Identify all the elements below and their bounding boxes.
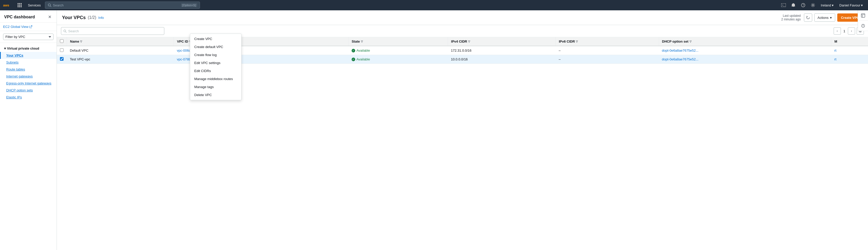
th-state-label: State — [351, 39, 360, 43]
page-header: Your VPCs (1/2) Info Last updated 2 minu… — [57, 10, 868, 25]
dropdown-item-create-default-vpc[interactable]: Create default VPC — [190, 43, 241, 51]
select-all-checkbox[interactable] — [60, 39, 64, 43]
th-ipv4-label: IPv4 CIDR — [451, 39, 467, 43]
th-ipv6-cidr[interactable]: IPv6 CIDR▽ — [556, 37, 659, 46]
sidebar-item-egress-only-internet-gateways[interactable]: Egress-only Internet gateways — [0, 80, 57, 87]
th-ipv6-label: IPv6 CIDR — [559, 39, 575, 43]
th-name[interactable]: Name▽ — [67, 37, 174, 46]
next-page-button[interactable]: › — [848, 27, 855, 35]
dropdown-item-delete-vpc[interactable]: Delete VPC — [190, 91, 241, 99]
sort-name-icon: ▽ — [80, 40, 82, 43]
table-row[interactable]: Default VPCvpc-006d7f3137ed1b4c1✓Availab… — [57, 46, 868, 55]
sidebar-item-internet-gateways[interactable]: Internet gateways — [0, 73, 57, 80]
row-m[interactable]: rt — [831, 55, 868, 64]
sidebar-item-subnets[interactable]: Subnets — [0, 59, 57, 66]
sidebar-item-dhcp-option-sets[interactable]: DHCP option sets — [0, 87, 57, 94]
th-dhcp-label: DHCP option set — [662, 39, 688, 43]
sidebar-item-your-vpcs[interactable]: Your VPCs — [0, 52, 57, 59]
external-link-icon — [29, 25, 32, 28]
m-link[interactable]: rt — [834, 49, 836, 53]
dhcp-option-link[interactable]: dopt-0e6a8ae7675e52... — [662, 49, 699, 53]
row-checkbox[interactable] — [60, 48, 64, 52]
row-ipv4-cidr: 172.31.0.0/16 — [448, 46, 556, 55]
svg-rect-5 — [19, 5, 20, 6]
global-search-input[interactable] — [53, 3, 180, 7]
dropdown-item-manage-tags[interactable]: Manage tags — [190, 83, 241, 91]
table-area: ‹ 1 › Name▽ VPC ID▽ Stat — [57, 25, 868, 250]
aws-logo[interactable]: aws — [3, 2, 12, 8]
refresh-button[interactable] — [804, 13, 812, 22]
row-checkbox-cell[interactable] — [57, 46, 67, 55]
nav-right-actions: >_ ? Ireland ▾ Daniel Favour ▾ — [779, 1, 865, 9]
page-number: 1 — [842, 29, 846, 33]
vpc-filter-select[interactable]: Filter by VPC — [3, 34, 54, 40]
svg-point-16 — [812, 5, 814, 6]
dropdown-item-edit-cidrs[interactable]: Edit CIDRs — [190, 67, 241, 75]
user-menu[interactable]: Daniel Favour ▾ — [837, 2, 865, 8]
svg-line-11 — [50, 6, 51, 7]
table-row[interactable]: Test VPC-vpcvpc-078bf7892abda4139✓Availa… — [57, 55, 868, 64]
settings-icon[interactable] — [809, 1, 817, 9]
bell-icon[interactable] — [789, 1, 798, 9]
svg-text:aws: aws — [3, 4, 9, 7]
m-link[interactable]: rt — [834, 57, 836, 61]
refresh-icon — [806, 16, 810, 19]
top-nav: aws Services [Option+S] >_ ? Ireland ▾ D… — [0, 0, 868, 10]
select-all-header[interactable] — [57, 37, 67, 46]
dropdown-item-manage-middlebox-routes[interactable]: Manage middlebox routes — [190, 75, 241, 83]
status-dot: ✓ — [351, 58, 355, 61]
sidebar-item-elastic-ips[interactable]: Elastic IPs — [0, 94, 57, 101]
th-m: M — [831, 37, 868, 46]
row-dhcp-option-set[interactable]: dopt-0e6a8ae7675e52... — [659, 46, 831, 55]
table-header: Name▽ VPC ID▽ State▽ IPv4 CIDR▽ IPv6 CID… — [57, 37, 868, 46]
row-ipv6-cidr: – — [556, 55, 659, 64]
th-m-label: M — [834, 39, 837, 43]
actions-chevron-icon: ▾ — [830, 16, 832, 20]
sidebar-section-header[interactable]: ▾ Virtual private cloud — [0, 45, 57, 52]
info-link[interactable]: Info — [98, 16, 104, 20]
row-checkbox-cell[interactable] — [57, 55, 67, 64]
actions-dropdown-menu: Create VPCCreate default VPCCreate flow … — [190, 34, 242, 100]
main-content: Your VPCs (1/2) Info Last updated 2 minu… — [57, 10, 868, 250]
th-ipv4-cidr[interactable]: IPv4 CIDR▽ — [448, 37, 556, 46]
table-search-input[interactable] — [68, 29, 162, 33]
sort-ipv4-icon: ▽ — [468, 40, 470, 43]
table-search-wrap[interactable] — [61, 27, 164, 35]
grid-menu-icon[interactable] — [16, 1, 24, 9]
global-search-bar[interactable]: [Option+S] — [45, 2, 200, 9]
dhcp-option-link[interactable]: dopt-0e6a8ae7675e52... — [662, 57, 699, 61]
prev-page-button[interactable]: ‹ — [834, 27, 841, 35]
dropdown-item-edit-vpc-settings[interactable]: Edit VPC settings — [190, 59, 241, 67]
right-panel-icon-1[interactable] — [858, 10, 868, 21]
header-row: Name▽ VPC ID▽ State▽ IPv4 CIDR▽ IPv6 CID… — [57, 37, 868, 46]
row-checkbox[interactable] — [60, 57, 64, 61]
right-panel-icon-2[interactable] — [858, 21, 868, 31]
cloud-shell-icon[interactable]: >_ — [779, 1, 788, 9]
ec2-global-view-link[interactable]: EC2 Global View — [3, 25, 54, 29]
page-title-row: Your VPCs (1/2) Info — [62, 15, 104, 21]
svg-rect-1 — [18, 3, 19, 4]
svg-text:>_: >_ — [782, 4, 785, 6]
sidebar-title: VPC dashboard — [4, 15, 35, 19]
create-vpc-label: Create VPC — [841, 16, 859, 20]
row-ipv4-cidr: 10.0.0.0/16 — [448, 55, 556, 64]
actions-button[interactable]: Actions ▾ — [814, 13, 835, 22]
svg-rect-3 — [21, 3, 22, 4]
dropdown-item-create-flow-log[interactable]: Create flow log — [190, 51, 241, 59]
region-selector[interactable]: Ireland ▾ — [819, 2, 836, 8]
svg-line-18 — [66, 32, 67, 33]
chevron-down-icon: ▾ — [4, 46, 6, 50]
user-chevron: ▾ — [861, 3, 863, 7]
th-dhcp-option[interactable]: DHCP option set▽ — [659, 37, 831, 46]
row-state: ✓Available — [348, 55, 448, 64]
help-icon[interactable]: ? — [799, 1, 807, 9]
sidebar-item-route-tables[interactable]: Route tables — [0, 66, 57, 73]
sidebar-close-button[interactable]: ✕ — [47, 14, 53, 20]
row-dhcp-option-set[interactable]: dopt-0e6a8ae7675e52... — [659, 55, 831, 64]
services-nav[interactable]: Services — [26, 2, 43, 8]
sort-dhcp-icon: ▽ — [689, 40, 691, 43]
search-shortcut: [Option+S] — [181, 3, 197, 7]
th-state[interactable]: State▽ — [348, 37, 448, 46]
row-m[interactable]: rt — [831, 46, 868, 55]
dropdown-item-create-vpc[interactable]: Create VPC — [190, 35, 241, 43]
